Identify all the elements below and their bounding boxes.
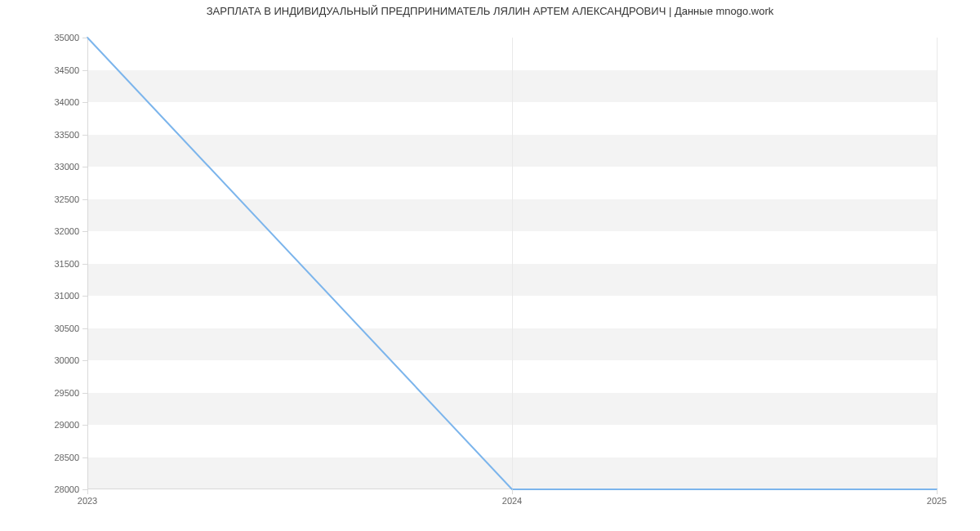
y-tick-label: 32500 [54, 194, 79, 204]
x-tick-label: 2024 [502, 496, 522, 506]
y-tick [82, 425, 87, 426]
y-tick-label: 30500 [54, 324, 79, 333]
y-tick [82, 457, 87, 458]
x-tick-label: 2023 [78, 496, 97, 506]
y-tick-label: 28000 [54, 484, 79, 494]
y-tick-label: 32000 [54, 226, 79, 236]
y-tick-label: 31000 [54, 291, 79, 301]
y-tick-label: 28500 [54, 453, 79, 462]
y-tick-label: 34000 [54, 97, 79, 107]
y-tick-label: 33500 [54, 130, 79, 140]
x-tick-label: 2025 [927, 496, 947, 506]
y-tick [82, 393, 87, 394]
line-series [87, 38, 937, 489]
x-tick [937, 489, 938, 494]
y-tick-label: 35000 [54, 33, 79, 42]
y-tick-label: 34500 [54, 65, 79, 75]
x-tick [87, 489, 88, 494]
chart-title: ЗАРПЛАТА В ИНДИВИДУАЛЬНЫЙ ПРЕДПРИНИМАТЕЛ… [0, 5, 980, 17]
y-tick [82, 102, 87, 103]
y-tick [82, 38, 87, 38]
x-tick [512, 489, 513, 494]
y-tick [82, 328, 87, 329]
y-tick [82, 264, 87, 265]
y-tick-label: 29500 [54, 388, 79, 398]
y-tick-label: 33000 [54, 162, 79, 172]
y-tick-label: 29000 [54, 420, 79, 430]
y-tick [82, 167, 87, 167]
y-tick [82, 70, 87, 71]
y-tick [82, 296, 87, 297]
plot-area: 2800028500290002950030000305003100031500… [87, 38, 937, 489]
y-tick [82, 231, 87, 232]
x-gridline [937, 38, 938, 489]
y-tick [82, 199, 87, 200]
y-tick [82, 360, 87, 361]
y-tick-label: 30000 [54, 355, 79, 365]
y-tick [82, 135, 87, 136]
chart-container: ЗАРПЛАТА В ИНДИВИДУАЛЬНЫЙ ПРЕДПРИНИМАТЕЛ… [0, 0, 980, 531]
y-tick-label: 31500 [54, 259, 79, 269]
